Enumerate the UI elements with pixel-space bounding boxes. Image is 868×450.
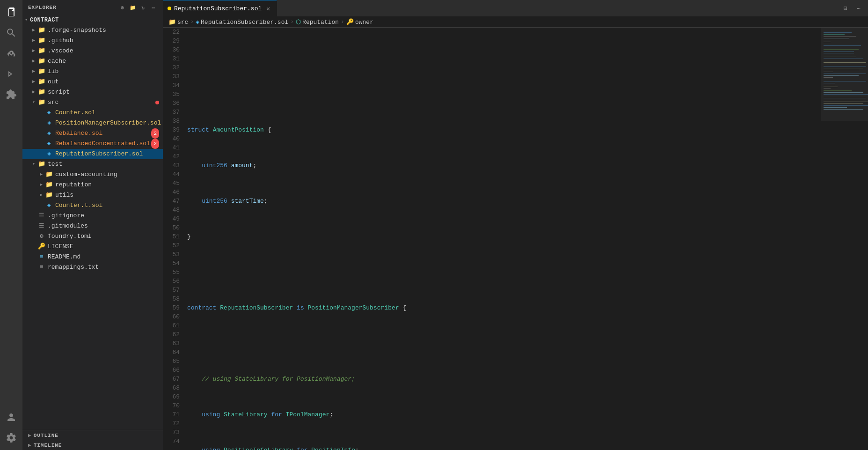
line-num: 57	[172, 286, 180, 295]
license-icon: 🔑	[37, 242, 46, 252]
line-num: 66	[172, 366, 180, 375]
line-num: 41	[172, 143, 180, 152]
line-num: 59	[172, 303, 180, 312]
folder-icon: 📁	[45, 180, 53, 190]
settings-icon[interactable]	[3, 429, 20, 446]
folder-icon: 📁	[37, 25, 46, 36]
sidebar-item-license[interactable]: 🔑 LICENSE	[22, 242, 163, 252]
item-label: foundry.toml	[48, 231, 163, 242]
line-num: 39	[172, 125, 180, 134]
code-line: uint256 amount;	[187, 161, 821, 170]
code-editor[interactable]: 22 29 30 31 32 33 34 35 36 37 38 39 40 4…	[163, 28, 821, 450]
sidebar-item-reputation[interactable]: ▶ 📁 reputation	[22, 180, 163, 190]
sidebar-item-gitmodules[interactable]: ☰ .gitmodules	[22, 221, 163, 231]
item-label: Counter.sol	[55, 108, 163, 118]
sidebar-item-out[interactable]: ▶ 📁 out	[22, 77, 163, 87]
sidebar-item-test[interactable]: ▾ 📁 test	[22, 159, 163, 170]
sidebar-item-utils[interactable]: ▶ 📁 utils	[22, 190, 163, 200]
sidebar-item-vscode[interactable]: ▶ 📁 .vscode	[22, 46, 163, 56]
code-line: struct AmountPosition {	[187, 125, 821, 134]
split-editor-btn[interactable]: ⊟	[840, 3, 851, 14]
sidebar-item-rebalancedconcentrated-sol[interactable]: ◈ RebalancedConcentrated.sol 2	[22, 139, 163, 149]
sidebar-item-readme-md[interactable]: ≡ README.md	[22, 252, 163, 262]
accounts-icon[interactable]	[3, 409, 20, 426]
outline-arrow: ▶	[28, 432, 32, 438]
collapse-all-icon[interactable]: ⋯	[150, 4, 157, 11]
activity-bar	[0, 0, 22, 450]
sidebar-item-cache[interactable]: ▶ 📁 cache	[22, 56, 163, 66]
svg-rect-10	[824, 51, 854, 52]
code-line	[187, 90, 821, 99]
item-label: utils	[55, 190, 163, 200]
line-num: 70	[172, 401, 180, 410]
refresh-icon[interactable]: ↻	[139, 4, 147, 11]
sidebar-item-gitignore[interactable]: ☰ .gitignore	[22, 211, 163, 221]
svg-rect-16	[824, 68, 863, 68]
line-num: 38	[172, 117, 180, 125]
sidebar-item-reputationsubscriber-sol[interactable]: ◈ ReputationSubscriber.sol	[22, 149, 163, 159]
sidebar-item-src[interactable]: ▾ 📁 src	[22, 97, 163, 108]
timeline-label: TIMELINE	[34, 443, 62, 448]
svg-rect-29	[824, 94, 868, 95]
sidebar-item-forge-snapshots[interactable]: ▶ 📁 .forge-snapshots	[22, 25, 163, 36]
line-num: 56	[172, 277, 180, 286]
sidebar-item-positionmanager-sol[interactable]: ◈ PositionManagerSubscriber.sol	[22, 118, 163, 128]
item-label: script	[48, 87, 163, 97]
line-num: 45	[172, 179, 180, 188]
line-num: 58	[172, 295, 180, 303]
line-num: 71	[172, 410, 180, 419]
source-control-icon[interactable]	[3, 45, 20, 62]
toml-icon: ⚙	[37, 231, 46, 242]
breadcrumb-sep-2: ›	[290, 18, 294, 25]
sidebar-item-rebalance-sol[interactable]: ◈ Rebalance.sol 2	[22, 128, 163, 139]
breadcrumb-src[interactable]: 📁src	[168, 18, 188, 26]
run-debug-icon[interactable]	[3, 66, 20, 82]
line-num: 47	[172, 197, 180, 206]
item-label: .gitmodules	[48, 221, 163, 231]
files-icon[interactable]	[3, 4, 20, 21]
search-icon[interactable]	[3, 24, 20, 41]
item-label: lib	[48, 66, 163, 77]
outline-section[interactable]: ▶ OUTLINE	[22, 430, 163, 440]
more-actions-btn[interactable]: ⋯	[853, 3, 864, 14]
tab-close-button[interactable]: ✕	[264, 5, 272, 12]
item-label: LICENSE	[48, 242, 163, 252]
new-folder-icon[interactable]: 📁	[129, 4, 137, 11]
line-num: 33	[172, 72, 180, 81]
line-num: 60	[172, 312, 180, 321]
sidebar-item-github[interactable]: ▶ 📁 .github	[22, 36, 163, 46]
sidebar-item-foundry-toml[interactable]: ⚙ foundry.toml	[22, 231, 163, 242]
svg-rect-11	[824, 53, 854, 53]
sidebar-item-custom-accounting[interactable]: ▶ 📁 custom-accounting	[22, 170, 163, 180]
timeline-section[interactable]: ▶ TIMELINE	[22, 440, 163, 450]
breadcrumb-property[interactable]: 🔑owner	[346, 18, 373, 26]
svg-rect-5	[824, 38, 849, 38]
sidebar-item-counter-t-sol[interactable]: ◈ Counter.t.sol	[22, 200, 163, 211]
arrow: ▶	[30, 36, 37, 46]
sidebar-item-counter-sol[interactable]: ◈ Counter.sol	[22, 108, 163, 118]
svg-rect-8	[824, 45, 861, 46]
extensions-icon[interactable]	[3, 86, 20, 103]
breadcrumb-file[interactable]: ◈ReputationSubscriber.sol	[196, 18, 288, 26]
badge: 2	[151, 139, 159, 149]
sol-icon: ◈	[45, 118, 53, 128]
sidebar-item-script[interactable]: ▶ 📁 script	[22, 87, 163, 97]
md-icon: ≡	[37, 252, 46, 262]
arrow: ▶	[37, 190, 45, 200]
file-tree: ▾ CONTRACT ▶ 📁 .forge-snapshots ▶ 📁 .git…	[22, 15, 163, 430]
new-file-icon[interactable]: ⊕	[119, 4, 126, 11]
property-icon: 🔑	[346, 19, 354, 26]
code-line	[187, 54, 821, 63]
line-num: 51	[172, 232, 180, 241]
tab-reputationsubscriber[interactable]: ReputationSubscriber.sol ✕	[163, 0, 277, 16]
sidebar-item-remappings-txt[interactable]: ≡ remappings.txt	[22, 262, 163, 273]
item-label: ReputationSubscriber.sol	[55, 149, 163, 159]
tree-root[interactable]: ▾ CONTRACT	[22, 15, 163, 25]
code-line: using PositionInfoLibrary for PositionIn…	[187, 446, 821, 450]
sidebar-item-lib[interactable]: ▶ 📁 lib	[22, 66, 163, 77]
svg-rect-20	[824, 75, 859, 76]
line-num: 55	[172, 268, 180, 277]
arrow: ▶	[37, 180, 45, 190]
folder-icon: 📁	[37, 46, 46, 56]
breadcrumb-struct[interactable]: ⬡Reputation	[296, 18, 339, 26]
